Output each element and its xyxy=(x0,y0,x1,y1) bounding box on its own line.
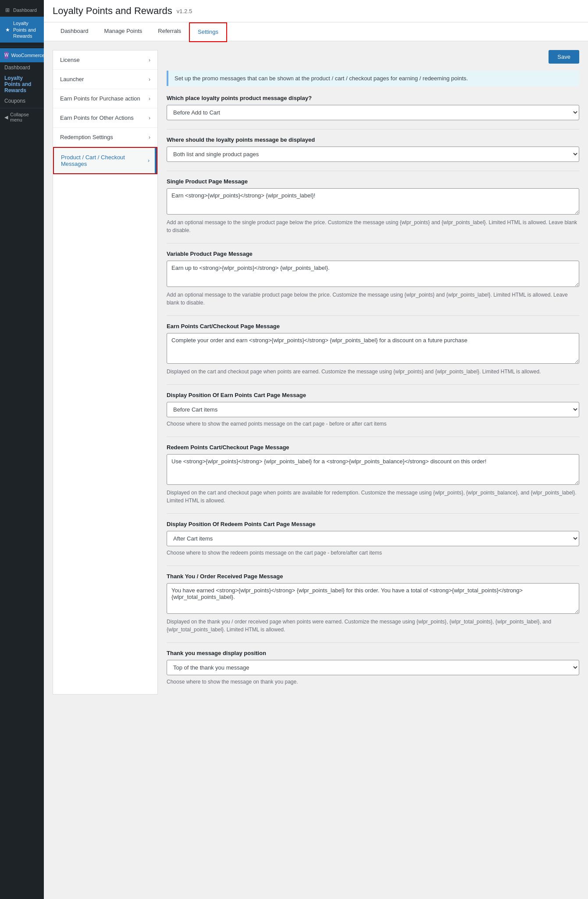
divider-6 xyxy=(167,437,579,437)
sidebar-item-dashboard[interactable]: ⊞ Dashboard xyxy=(0,4,44,17)
field-message-display-where: Where should the loyalty points message … xyxy=(167,136,579,162)
desc-earn-cart-message: Displayed on the cart and checkout page … xyxy=(167,368,579,376)
divider-3 xyxy=(167,243,579,244)
sidebar-dashboard-label: Dashboard xyxy=(13,7,37,13)
info-bar: Set up the promo messages that can be sh… xyxy=(167,71,579,86)
page-header: Loyalty Points and Rewards v1.2.5 xyxy=(44,0,588,22)
textarea-redeem-cart-message[interactable]: Use <strong>{wlpr_points}</strong> {wlpr… xyxy=(167,454,579,485)
select-product-message-place[interactable]: Before Add to Cart After Add to Cart xyxy=(167,105,579,120)
textarea-variable-product-message[interactable]: Earn up to <strong>{wlpr_points}</strong… xyxy=(167,261,579,287)
tab-dashboard[interactable]: Dashboard xyxy=(53,22,96,41)
main-content: Loyalty Points and Rewards v1.2.5 Dashbo… xyxy=(44,0,588,899)
sidebar-woo-label: WooCommerce xyxy=(11,52,44,58)
textarea-single-product-message[interactable]: Earn <strong>{wlpr_points}</strong> {wlp… xyxy=(167,188,579,215)
label-thankyou-position: Thank you message display position xyxy=(167,650,579,656)
sidebar-loyalty-label: Loyalty Points and Rewards xyxy=(13,20,39,39)
tab-referrals[interactable]: Referrals xyxy=(150,22,189,41)
divider-2 xyxy=(167,171,579,171)
sidebar-link-coupons[interactable]: Coupons xyxy=(0,96,44,106)
woo-icon: W xyxy=(4,52,8,59)
dashboard-icon: ⊞ xyxy=(4,7,11,13)
sidebar-link-loyalty[interactable]: Loyalty Points and Rewards xyxy=(0,73,44,96)
field-variable-product-message: Variable Product Page Message Earn up to… xyxy=(167,251,579,307)
redemption-chevron: › xyxy=(149,134,150,140)
collapse-icon: ◀ xyxy=(4,115,8,120)
label-thankyou-message: Thank You / Order Received Page Message xyxy=(167,573,579,580)
right-panel: Save Set up the promo messages that can … xyxy=(158,50,579,695)
launcher-label: Launcher xyxy=(60,76,84,82)
field-redeem-cart-message: Redeem Points Cart/Checkout Page Message… xyxy=(167,444,579,505)
collapse-menu-button[interactable]: ◀ Collapse menu xyxy=(0,108,44,126)
left-panel-license[interactable]: License › xyxy=(53,50,157,70)
select-earn-cart-position[interactable]: Before Cart items After Cart items xyxy=(167,402,579,417)
desc-single-product-message: Add an optional message to the single pr… xyxy=(167,218,579,234)
left-panel-earn-other[interactable]: Earn Points for Other Actions › xyxy=(53,108,157,128)
divider-4 xyxy=(167,315,579,316)
sidebar: ⊞ Dashboard ★ Loyalty Points and Rewards… xyxy=(0,0,44,899)
sidebar-woo-section: W WooCommerce Dashboard Loyalty Points a… xyxy=(0,47,44,108)
sidebar-item-loyalty[interactable]: ★ Loyalty Points and Rewards xyxy=(0,17,44,43)
label-earn-cart-message: Earn Points Cart/Checkout Page Message xyxy=(167,323,579,330)
content-area: License › Launcher › Earn Points for Pur… xyxy=(44,41,588,703)
sidebar-top: ⊞ Dashboard ★ Loyalty Points and Rewards xyxy=(0,0,44,47)
textarea-thankyou-message[interactable]: You have earned <strong>{wlpr_points}</s… xyxy=(167,583,579,614)
label-message-display-where: Where should the loyalty points message … xyxy=(167,136,579,143)
divider-7 xyxy=(167,513,579,514)
license-chevron: › xyxy=(149,57,150,63)
tab-bar: Dashboard Manage Points Referrals Settin… xyxy=(44,22,588,41)
divider-5 xyxy=(167,384,579,385)
app-wrapper: ⊞ Dashboard ★ Loyalty Points and Rewards… xyxy=(0,0,588,899)
field-redeem-cart-position: Display Position Of Redeem Points Cart P… xyxy=(167,521,579,557)
label-redeem-cart-message: Redeem Points Cart/Checkout Page Message xyxy=(167,444,579,451)
sidebar-link-dashboard[interactable]: Dashboard xyxy=(0,62,44,73)
tab-settings[interactable]: Settings xyxy=(189,22,227,42)
label-single-product-message: Single Product Page Message xyxy=(167,178,579,185)
label-earn-cart-position: Display Position Of Earn Points Cart Pag… xyxy=(167,392,579,398)
license-label: License xyxy=(60,57,80,63)
earn-other-label: Earn Points for Other Actions xyxy=(60,115,134,121)
redemption-label: Redemption Settings xyxy=(60,134,113,140)
label-variable-product-message: Variable Product Page Message xyxy=(167,251,579,257)
field-single-product-message: Single Product Page Message Earn <strong… xyxy=(167,178,579,234)
select-redeem-cart-position[interactable]: Before Cart items After Cart items xyxy=(167,531,579,546)
desc-redeem-cart-message: Displayed on the cart and checkout page … xyxy=(167,489,579,505)
save-button[interactable]: Save xyxy=(549,50,579,64)
active-bar xyxy=(155,148,157,173)
textarea-earn-cart-message[interactable]: Complete your order and earn <strong>{wl… xyxy=(167,333,579,364)
earn-other-chevron: › xyxy=(149,115,150,121)
field-earn-cart-position: Display Position Of Earn Points Cart Pag… xyxy=(167,392,579,428)
page-version: v1.2.5 xyxy=(177,8,192,14)
desc-thankyou-message: Displayed on the thank you / order recei… xyxy=(167,618,579,634)
desc-redeem-cart-position: Choose where to show the redeem points m… xyxy=(167,549,579,557)
product-cart-chevron: › xyxy=(148,158,150,164)
left-panel-product-cart[interactable]: Product / Cart / Checkout Messages › xyxy=(53,147,157,174)
divider-9 xyxy=(167,642,579,643)
page-title: Loyalty Points and Rewards xyxy=(53,5,172,17)
select-message-display-where[interactable]: Both list and single product pages Singl… xyxy=(167,147,579,162)
label-product-message-place: Which place loyalty points product messa… xyxy=(167,95,579,101)
field-thankyou-message: Thank You / Order Received Page Message … xyxy=(167,573,579,634)
launcher-chevron: › xyxy=(149,76,150,82)
left-panel: License › Launcher › Earn Points for Pur… xyxy=(53,50,158,695)
field-thankyou-position: Thank you message display position Top o… xyxy=(167,650,579,686)
loyalty-icon: ★ xyxy=(4,27,11,33)
divider-8 xyxy=(167,566,579,566)
product-cart-label: Product / Cart / Checkout Messages xyxy=(61,154,148,167)
label-redeem-cart-position: Display Position Of Redeem Points Cart P… xyxy=(167,521,579,527)
tab-manage-points[interactable]: Manage Points xyxy=(96,22,150,41)
desc-variable-product-message: Add an optional message to the variable … xyxy=(167,291,579,307)
desc-earn-cart-position: Choose where to show the earned points m… xyxy=(167,420,579,428)
collapse-label: Collapse menu xyxy=(10,112,39,122)
desc-thankyou-position: Choose where to show the message on than… xyxy=(167,678,579,686)
divider-1 xyxy=(167,129,579,129)
earn-purchase-chevron: › xyxy=(149,96,150,102)
save-button-wrap: Save xyxy=(167,50,579,64)
field-product-message-place: Which place loyalty points product messa… xyxy=(167,95,579,120)
select-thankyou-position[interactable]: Top of the thank you message Bottom of t… xyxy=(167,660,579,675)
field-earn-cart-message: Earn Points Cart/Checkout Page Message C… xyxy=(167,323,579,376)
left-panel-earn-purchase[interactable]: Earn Points for Purchase action › xyxy=(53,89,157,108)
left-panel-launcher[interactable]: Launcher › xyxy=(53,70,157,89)
sidebar-woocommerce[interactable]: W WooCommerce xyxy=(0,48,44,62)
earn-purchase-label: Earn Points for Purchase action xyxy=(60,95,140,102)
left-panel-redemption[interactable]: Redemption Settings › xyxy=(53,128,157,147)
